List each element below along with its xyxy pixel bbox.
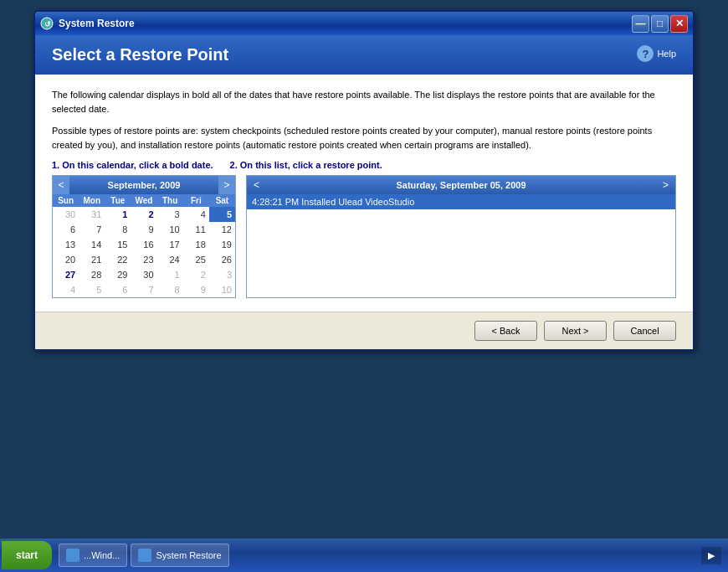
help-link[interactable]: ? Help [637, 45, 676, 62]
restore-list-date: Saturday, September 05, 2009 [396, 180, 525, 190]
calendar-next-button[interactable]: > [218, 176, 235, 194]
restore-list: < Saturday, September 05, 2009 > 4:28:21… [246, 175, 676, 298]
calendar-day[interactable]: 22 [105, 252, 131, 267]
close-button[interactable]: ✕ [670, 15, 688, 33]
calendar-grid: Sun Mon Tue Wed Thu Fri Sat 303112345678… [53, 194, 235, 297]
calendar-day[interactable]: 4 [183, 207, 209, 222]
calendar-day[interactable]: 13 [53, 237, 79, 252]
calendar-day[interactable]: 2 [183, 267, 209, 282]
calendar-day[interactable]: 11 [183, 222, 209, 237]
calendar-day[interactable]: 14 [79, 237, 105, 252]
calendar-day[interactable]: 1 [157, 267, 183, 282]
day-header-mon: Mon [79, 194, 105, 207]
calendar-day[interactable]: 7 [131, 282, 156, 297]
calendar-day[interactable]: 20 [53, 252, 79, 267]
day-header-thu: Thu [157, 194, 183, 207]
calendar-day[interactable]: 8 [105, 222, 131, 237]
svg-text:↺: ↺ [44, 20, 51, 28]
calendar-day[interactable]: 24 [157, 252, 183, 267]
calendar-day[interactable]: 9 [183, 282, 209, 297]
calendar-day[interactable]: 19 [209, 237, 235, 252]
maximize-button[interactable]: □ [651, 15, 669, 33]
restore-list-next-button[interactable]: > [663, 179, 669, 191]
calendar-day[interactable]: 30 [131, 267, 156, 282]
calendar-week-0: 303112345 [53, 207, 235, 222]
help-label: Help [657, 49, 676, 59]
restore-list-item[interactable]: 4:28:21 PM Installed Ulead VideoStudio [247, 194, 675, 209]
step1-label: 1. On this calendar, click a bold date. [52, 160, 213, 170]
day-header-sat: Sat [209, 194, 235, 207]
calendar-day[interactable]: 3 [157, 207, 183, 222]
calendar: < September, 2009 > Sun Mon Tue Wed Thu … [52, 175, 236, 298]
calendar-day[interactable]: 10 [157, 222, 183, 237]
taskbar-item-2[interactable]: System Restore [131, 544, 228, 567]
calendar-day[interactable]: 8 [157, 282, 183, 297]
title-bar: ↺ System Restore — □ ✕ [35, 12, 693, 35]
calendar-day[interactable]: 28 [79, 267, 105, 282]
restore-list-header: < Saturday, September 05, 2009 > [247, 176, 675, 194]
calendar-day[interactable]: 7 [79, 222, 105, 237]
calendar-week-2: 13141516171819 [53, 237, 235, 252]
calendar-week-1: 6789101112 [53, 222, 235, 237]
calendar-day[interactable]: 16 [131, 237, 156, 252]
calendar-month-label: September, 2009 [69, 180, 218, 190]
start-button[interactable]: start [2, 541, 52, 569]
day-header-wed: Wed [131, 194, 156, 207]
calendar-day[interactable]: 1 [105, 207, 131, 222]
back-button[interactable]: < Back [474, 321, 537, 341]
window-content: The following calendar displays in bold … [35, 75, 693, 312]
day-header-tue: Tue [105, 194, 131, 207]
calendar-day-headers: Sun Mon Tue Wed Thu Fri Sat [53, 194, 235, 207]
taskbar-item-1-label: ...Wind... [84, 550, 120, 560]
title-bar-buttons: — □ ✕ [632, 15, 688, 33]
calendar-prev-button[interactable]: < [53, 176, 69, 194]
calendar-day[interactable]: 27 [53, 267, 79, 282]
calendar-day[interactable]: 6 [53, 222, 79, 237]
calendar-week-5: 45678910 [53, 282, 235, 297]
calendar-day[interactable]: 10 [209, 282, 235, 297]
day-header-sun: Sun [53, 194, 79, 207]
calendar-day[interactable]: 6 [105, 282, 131, 297]
step2-label: 2. On this list, click a restore point. [230, 160, 382, 170]
restore-list-prev-button[interactable]: < [254, 179, 259, 191]
calendar-day[interactable]: 5 [79, 282, 105, 297]
calendar-day[interactable]: 3 [209, 267, 235, 282]
taskbar-item-1-icon [66, 549, 79, 562]
calendar-day[interactable]: 15 [105, 237, 131, 252]
calendar-day[interactable]: 2 [131, 207, 156, 222]
calendar-list-row: < September, 2009 > Sun Mon Tue Wed Thu … [52, 175, 676, 298]
minimize-button[interactable]: — [632, 15, 649, 33]
instructions-row: 1. On this calendar, click a bold date. … [52, 160, 676, 170]
calendar-day[interactable]: 4 [53, 282, 79, 297]
calendar-day[interactable]: 29 [105, 267, 131, 282]
day-header-fri: Fri [183, 194, 209, 207]
calendar-day[interactable]: 21 [79, 252, 105, 267]
calendar-header: < September, 2009 > [53, 176, 235, 194]
cancel-button[interactable]: Cancel [613, 321, 676, 341]
taskbar-clock: ▶ [701, 547, 721, 564]
calendar-day[interactable]: 18 [183, 237, 209, 252]
calendar-day[interactable]: 9 [131, 222, 156, 237]
calendar-day[interactable]: 23 [131, 252, 156, 267]
calendar-day[interactable]: 26 [209, 252, 235, 267]
window-icon: ↺ [40, 17, 54, 30]
taskbar-tray: ▶ [701, 547, 728, 564]
taskbar-item-1[interactable]: ...Wind... [59, 544, 127, 567]
calendar-day[interactable]: 31 [79, 207, 105, 222]
calendar-week-3: 20212223242526 [53, 252, 235, 267]
taskbar-items: ...Wind... System Restore [52, 544, 701, 567]
page-title: Select a Restore Point [52, 45, 228, 64]
calendar-day[interactable]: 30 [53, 207, 79, 222]
description-line2: Possible types of restore points are: sy… [52, 124, 676, 152]
calendar-day[interactable]: 12 [209, 222, 235, 237]
taskbar-item-2-icon [138, 549, 151, 562]
next-button[interactable]: Next > [544, 321, 607, 341]
calendar-week-4: 27282930123 [53, 267, 235, 282]
window-header: Select a Restore Point ? Help [35, 35, 693, 75]
calendar-day[interactable]: 25 [183, 252, 209, 267]
taskbar-item-2-label: System Restore [156, 550, 221, 560]
calendar-day[interactable]: 17 [157, 237, 183, 252]
description-line1: The following calendar displays in bold … [52, 88, 676, 116]
calendar-day[interactable]: 5 [209, 207, 235, 222]
window-footer: < Back Next > Cancel [35, 312, 693, 349]
